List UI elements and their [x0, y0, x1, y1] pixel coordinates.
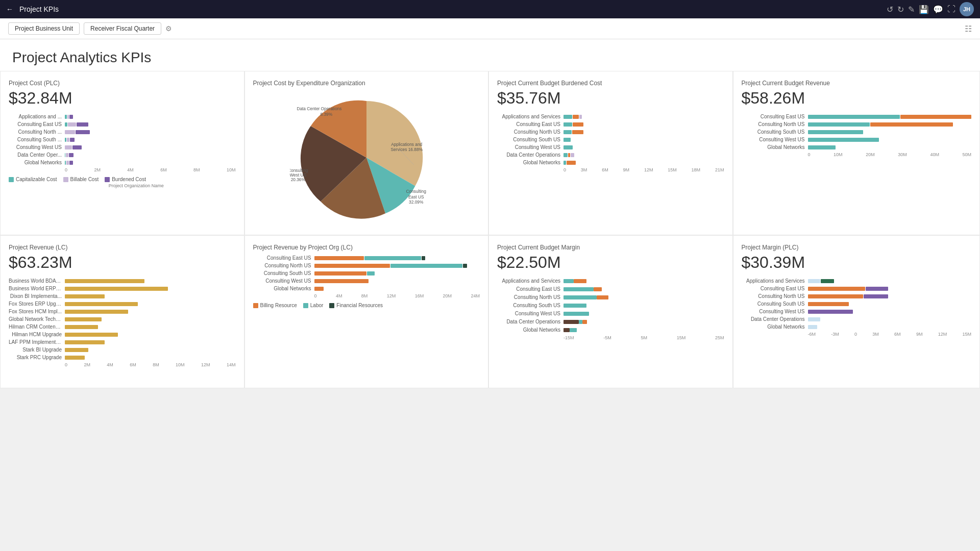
back-button[interactable]: ← [6, 5, 13, 13]
bar-segment [808, 325, 817, 329]
bar-segment [77, 122, 88, 127]
save-icon[interactable]: 💾 [919, 5, 929, 14]
table-row: Global Network Techn... [9, 316, 236, 322]
table-row: Consulting West US [497, 311, 724, 316]
legend-label: Labor [310, 303, 324, 308]
bar-label: Consulting West US [497, 311, 564, 316]
bar-label: Applications and Services [742, 278, 808, 284]
bar-label: Data Center Operations [497, 152, 564, 158]
legend-item: Billable Cost [63, 177, 99, 182]
toolbar-icons: ↺ ↻ ✎ 💾 💬 ⛶ JH [887, 2, 974, 16]
legend-item: Billing Resource [253, 303, 297, 308]
table-row: Consulting West US [253, 278, 480, 284]
bar-segment [65, 294, 105, 298]
bar-label: Global Networks [497, 160, 564, 165]
undo-icon[interactable]: ↺ [887, 5, 893, 14]
svg-text:8.39%: 8.39% [320, 112, 332, 117]
bar-segment [65, 333, 118, 337]
bar-segment [808, 302, 849, 306]
neg-bar [564, 320, 579, 324]
filter-bar: Project Business Unit Receiver Fiscal Qu… [0, 18, 980, 39]
table-row: Hilman HCM Upgrade [9, 332, 236, 337]
card-budget-revenue: Project Current Budget Revenue $58.26M C… [733, 71, 981, 235]
card-project-revenue-lc: Project Revenue (LC) $63.23M Business Wo… [0, 235, 244, 388]
filter-icon-right[interactable]: ☷ [965, 24, 972, 34]
bar-label: Consulting East US [742, 114, 808, 119]
expand-icon[interactable]: ⛶ [947, 5, 955, 14]
table-row: Consulting South US [742, 129, 972, 135]
table-row: LAF PPM Implementa... [9, 339, 236, 345]
table-row: Consulting North US [742, 121, 972, 127]
legend-item: Financial Resources [329, 303, 383, 308]
bar-segment [564, 122, 572, 127]
bar-label: Global Networks [742, 324, 808, 330]
bar-label: Business World ERP I... [9, 286, 65, 291]
table-row: Global Networks [253, 286, 480, 291]
table-row: Data Center Operations [497, 152, 724, 158]
legend-label: Burdened Cost [112, 177, 146, 182]
table-row: Consulting North US [742, 293, 972, 299]
bar-segment [564, 145, 573, 149]
bar-segment [866, 287, 888, 291]
table-row: Global Networks [742, 324, 972, 330]
bar-segment [808, 145, 836, 149]
bar-segment [65, 115, 67, 119]
bar-label: Stark BI Upgrade [9, 347, 65, 353]
bar-label: Fox Stores HCM Impl... [9, 309, 65, 314]
card-title-4: Project Current Budget Revenue [742, 80, 972, 87]
pos-bar-1 [564, 295, 597, 299]
bar-segment [65, 153, 65, 157]
bar-segment [69, 161, 73, 165]
table-row: Consulting South US [742, 301, 972, 307]
filter-btn-fiscal-quarter[interactable]: Receiver Fiscal Quarter [84, 22, 161, 35]
bar-label: LAF PPM Implementa... [9, 339, 65, 345]
card-value-5: $63.23M [9, 253, 236, 272]
bar-segment [314, 264, 390, 268]
bar-label: Consulting West US [742, 309, 808, 314]
card-margin-plc: Project Margin (PLC) $30.39M Application… [733, 235, 981, 388]
table-row: Business World ERP I... [9, 286, 236, 291]
bar-label: Consulting West US [497, 144, 564, 150]
card-title-8: Project Margin (PLC) [742, 244, 972, 251]
bar-label: Consulting West US [742, 137, 808, 142]
card-title-5: Project Revenue (LC) [9, 244, 236, 251]
bar-label: Consulting East US [497, 286, 564, 292]
bar-label: Global Networks [742, 144, 808, 150]
redo-icon[interactable]: ↻ [897, 5, 904, 14]
pos-bar-2 [597, 295, 608, 299]
avatar[interactable]: JH [960, 2, 974, 16]
bar-segment [422, 256, 425, 260]
card-title-1: Project Cost (PLC) [9, 80, 236, 87]
bar-segment [571, 153, 574, 157]
bar-label: Consulting South ... [9, 137, 65, 142]
pos-bar-1 [570, 328, 577, 332]
table-row: Consulting South US [497, 303, 724, 308]
table-row: Global Networks [742, 144, 972, 150]
bar-label: Applications and Services [497, 114, 564, 119]
bar-segment [870, 122, 953, 127]
pos-bar-1 [564, 312, 589, 316]
legend-dot [303, 303, 308, 308]
table-row: Data Center Operations [742, 316, 972, 322]
bar-label: Consulting North US [497, 129, 564, 135]
filter-btn-business-unit[interactable]: Project Business Unit [8, 22, 80, 35]
bar-label: Consulting South US [742, 301, 808, 307]
edit-icon[interactable]: ✎ [908, 5, 915, 14]
bar-segment [567, 161, 576, 165]
card-budget-margin: Project Current Budget Margin $22.50M Ap… [488, 235, 733, 388]
bar-segment [67, 138, 69, 142]
table-row: Global Networks [497, 327, 724, 333]
table-row: Fox Stores ERP Upgra... [9, 301, 236, 307]
bar-label: Applications and ... [9, 114, 65, 119]
table-row: Applications and Services [497, 114, 724, 119]
bar-segment [314, 271, 366, 276]
card-value-7: $22.50M [497, 253, 724, 272]
svg-text:East US: East US [408, 194, 424, 199]
filter-settings-icon[interactable]: ⚙ [165, 24, 172, 33]
comment-icon[interactable]: 💬 [933, 5, 943, 14]
pos-bar-2 [582, 320, 587, 324]
svg-text:20.36%: 20.36% [290, 177, 305, 182]
legend-label: Capitalizable Cost [16, 177, 57, 182]
card-value-1: $32.84M [9, 89, 236, 108]
table-row: Data Center Operations [497, 319, 724, 324]
